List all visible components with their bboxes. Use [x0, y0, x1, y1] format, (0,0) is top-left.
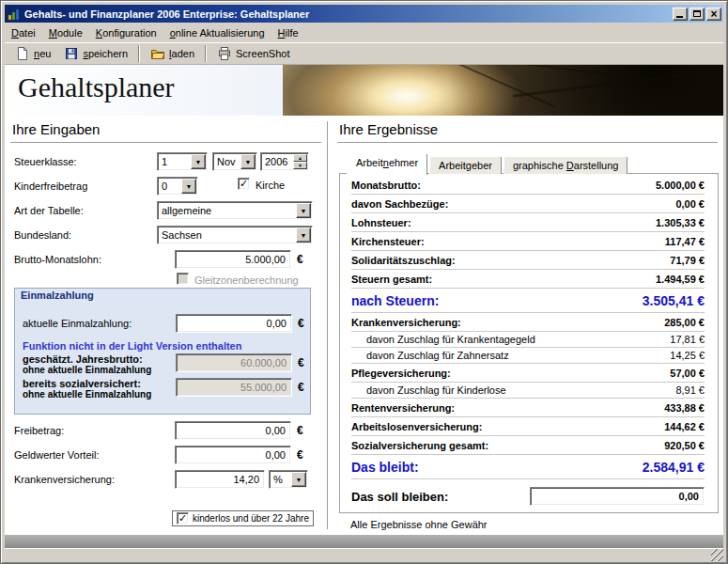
steuerklasse-select[interactable]: 1: [157, 152, 208, 171]
chevron-down-icon[interactable]: [240, 154, 256, 169]
menu-item-module[interactable]: Module: [42, 24, 89, 41]
result-row-kirchensteuer: Kirchensteuer:117,47 €: [351, 232, 705, 251]
header-banner: Gehaltsplaner: [5, 65, 723, 116]
geldwerter-vorteil-input[interactable]: 0,00: [175, 446, 291, 464]
result-label: nach Steuern:: [351, 293, 643, 308]
menu-item-konfiguration[interactable]: Konfiguration: [89, 24, 163, 41]
menu-item-online-aktualisierung[interactable]: online Aktualisierung: [163, 24, 271, 41]
minimize-button[interactable]: [673, 8, 688, 21]
toolbar-screenshot-button[interactable]: ScreenShot: [210, 43, 296, 64]
result-value: 117,47 €: [665, 236, 705, 247]
result-row-das-bleibt: Das bleibt:2.584,91 €: [351, 455, 705, 479]
sozialversichert-label: bereits sozialversichert:: [23, 378, 141, 389]
einmalzahlung-title: Einmalzahlung: [21, 290, 94, 301]
kinderlos-label: kinderlos und über 22 Jahre: [193, 513, 309, 524]
bundesland-label: Bundesland:: [14, 229, 71, 241]
result-value: 17,81 €: [670, 334, 705, 345]
chevron-down-icon[interactable]: [291, 472, 306, 487]
toolbar-label-screenshot: ScreenShot: [236, 48, 289, 59]
freibetrag-input[interactable]: 0,00: [175, 421, 291, 440]
tab-arbeitgeber[interactable]: Arbeitgeber: [429, 156, 502, 174]
jahresbrutto-label: geschätzt. Jahresbrutto:: [23, 353, 143, 365]
menu-item-datei[interactable]: Datei: [5, 24, 42, 41]
result-label: Pflegeversicherung:: [351, 368, 670, 379]
result-label: Monatsbrutto:: [351, 180, 656, 191]
result-label: Das bleibt:: [351, 460, 643, 475]
soll-value: 0,00: [679, 491, 699, 502]
toolbar-separator: [205, 45, 207, 62]
tabelle-label: Art der Tabelle:: [14, 205, 84, 216]
krankenversicherung-value: 14,20: [233, 474, 259, 485]
brutto-label: Brutto-Monatslohn:: [14, 254, 101, 265]
currency-symbol: €: [297, 424, 303, 437]
year-value: 2006: [261, 156, 293, 167]
kv-unit-select[interactable]: %: [269, 470, 308, 489]
chevron-down-icon[interactable]: [191, 154, 206, 169]
soll-input[interactable]: 0,00: [530, 487, 705, 506]
aktuelle-einmalzahlung-input[interactable]: 0,00: [176, 314, 292, 333]
open-folder-icon: [150, 46, 165, 61]
result-label: Steuern gesamt:: [351, 274, 656, 285]
jahresbrutto-value: 60.000,00: [240, 357, 287, 368]
result-value: 3.505,41 €: [643, 293, 705, 308]
kinderfreibetrag-select[interactable]: 0: [157, 177, 198, 196]
toolbar-speichern-button[interactable]: speichern: [57, 43, 134, 64]
result-label: Kirchensteuer:: [351, 236, 665, 247]
result-value: 285,00 €: [664, 317, 705, 328]
kinderfreibetrag-value: 0: [158, 180, 180, 192]
einmalzahlung-groupbox: Einmalzahlung aktuelle Einmalzahlung: 0,…: [14, 288, 311, 415]
bundesland-select[interactable]: Sachsen: [157, 226, 313, 244]
title-bar[interactable]: Gehalts- und Finanzplaner 2006 Enterpris…: [5, 5, 723, 23]
results-panel: Ihre Ergebnisse ArbeitnehmerArbeitgeberg…: [329, 116, 723, 535]
chevron-down-icon[interactable]: [181, 179, 196, 194]
tabelle-select[interactable]: allgemeine: [157, 201, 313, 220]
month-value: Nov: [213, 156, 240, 167]
result-label: davon Zuschlag für Zahnersatz: [351, 350, 670, 361]
printer-icon: [217, 46, 232, 61]
kirche-checkbox[interactable]: [238, 178, 250, 190]
menu-item-hilfe[interactable]: Hilfe: [271, 24, 305, 41]
close-button[interactable]: [706, 8, 721, 21]
kinderlos-option[interactable]: kinderlos und über 22 Jahre: [172, 510, 314, 526]
toolbar-neu-button[interactable]: neu: [8, 43, 57, 64]
currency-symbol: €: [297, 448, 303, 462]
result-label: Krankenversicherung:: [351, 317, 664, 328]
result-value: 920,50 €: [664, 440, 705, 451]
resize-grip[interactable]: [711, 549, 723, 561]
year-spinner[interactable]: 2006: [260, 152, 309, 171]
tab-graphische-darstellung[interactable]: graphische Darstellung: [503, 156, 628, 174]
result-value: 1.305,33 €: [656, 217, 705, 228]
sozialversichert-input: 55.000,00: [176, 378, 292, 397]
disclaimer: Alle Ergebnisse ohne Gewähr: [350, 519, 488, 530]
sozialversichert-value: 55.000,00: [240, 382, 287, 393]
toolbar-laden-button[interactable]: laden: [144, 43, 201, 64]
result-label: Solidaritätszuschlag:: [351, 255, 670, 266]
result-row-pflegeversicherung: Pflegeversicherung:57,00 €: [351, 364, 705, 383]
spin-up-icon[interactable]: [293, 154, 307, 162]
kinderlos-checkbox[interactable]: [177, 512, 189, 525]
freibetrag-label: Freibetrag:: [14, 425, 64, 436]
result-row-lohnsteuer: Lohnsteuer:1.305,33 €: [351, 213, 705, 232]
banner-photo: [283, 65, 723, 116]
maximize-button[interactable]: [689, 8, 705, 21]
toolbar: neuspeichernladenScreenShot: [5, 42, 723, 65]
result-row-steuern-gesamt: Steuern gesamt:1.494,59 €: [351, 270, 705, 289]
spin-down-icon[interactable]: [293, 162, 307, 169]
result-row-rentenversicherung: Rentenversicherung:433,88 €: [351, 399, 705, 417]
chevron-down-icon[interactable]: [296, 203, 311, 218]
krankenversicherung-input[interactable]: 14,20: [175, 470, 265, 489]
new-document-icon: [15, 46, 30, 61]
toolbar-label-speichern: speichern: [83, 48, 128, 59]
brutto-input[interactable]: 5.000,00: [175, 250, 291, 269]
month-select[interactable]: Nov: [212, 152, 257, 171]
tab-arbeitnehmer[interactable]: Arbeitnehmer: [347, 153, 427, 175]
currency-symbol: €: [298, 356, 304, 369]
result-value: 144,62 €: [664, 421, 705, 432]
jahresbrutto-sublabel: ohne aktuelle Einmalzahlung: [23, 365, 151, 375]
soll-row: Das soll bleiben: 0,00: [351, 487, 705, 506]
window-controls: [673, 8, 721, 21]
result-value: 14,25 €: [670, 350, 705, 361]
chevron-down-icon[interactable]: [296, 227, 311, 243]
aktuelle-einmalzahlung-label: aktuelle Einmalzahlung:: [23, 318, 132, 329]
steuerklasse-value: 1: [158, 156, 190, 167]
